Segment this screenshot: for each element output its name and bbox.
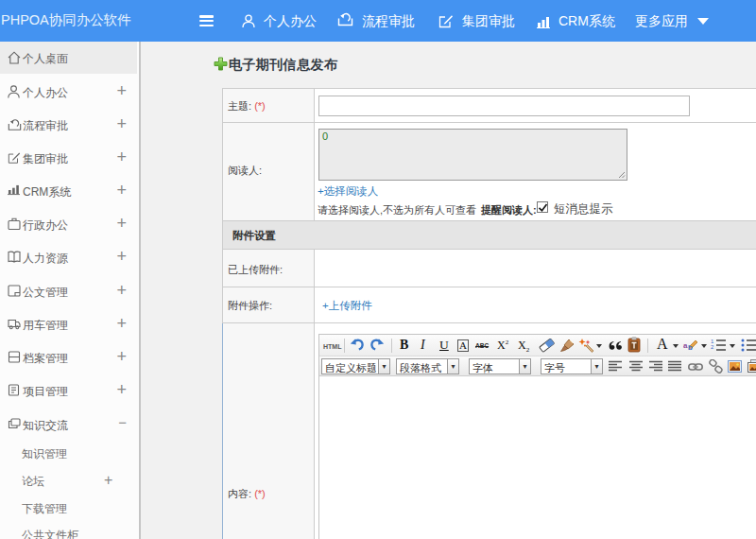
svg-text:2: 2 (711, 344, 714, 350)
svg-text:b: b (688, 343, 693, 352)
